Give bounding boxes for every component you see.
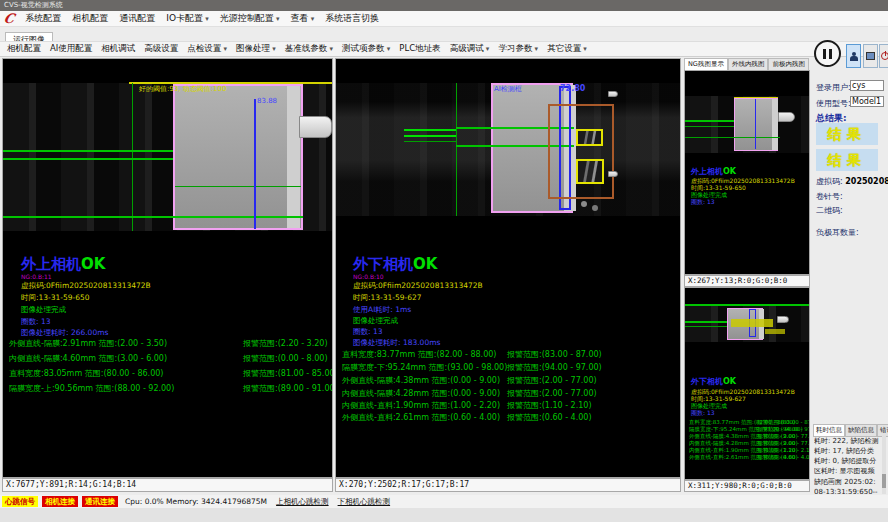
log-scrollbar[interactable] — [882, 436, 886, 494]
user-button[interactable] — [846, 44, 861, 68]
menu-light-config[interactable]: 光源控制配置 — [220, 12, 280, 25]
turns-text: 圈数: 13 — [353, 327, 382, 337]
measure-row: 隔膜宽度-下:95.24mm 范围:(93.00 - 98.00) 报警范围:(… — [342, 362, 681, 373]
measure-text: 直料宽度:83.77mm 范围:(82.00 - 88.00) — [342, 350, 496, 359]
menu-view[interactable]: 查看 — [291, 12, 315, 25]
ai-time-text: 使用AI耗时: 1ms — [353, 305, 411, 315]
measure-text: 内侧直线-隔膜:4.60mm 范围:(3.00 - 6.00) — [9, 354, 167, 363]
log-text: 耗时: 222, 缺陷检测耗时: 17, 缺陷分类耗时: 0, 缺陷提取分区耗时… — [814, 436, 880, 494]
measure-line-green — [3, 158, 173, 160]
ng-tab-bar: NG残图显示 外线内残图 前极内残图 — [684, 58, 810, 70]
defect-rect-yellow — [576, 129, 603, 146]
monitor-icon — [866, 52, 875, 60]
tab-ng-display[interactable]: NG残图显示 — [684, 58, 728, 70]
ng-view-lower[interactable]: 外下相机OK 虚拟码:0Ffiim2025020813313472B 时间:13… — [684, 287, 810, 480]
ng-view-upper[interactable]: 外上相机OK 虚拟码:0Ffiim2025020813313472B 时间:13… — [684, 70, 810, 275]
tool-image-processing[interactable]: 图像处理 — [236, 43, 276, 55]
alarm-text: 报警范围:(2.20 - 3.20) — [243, 338, 328, 349]
measure-row: 外侧直线-隔膜:2.91mm 范围:(2.00 - 3.50) 报警范围:(2.… — [9, 338, 333, 349]
scrollbar-thumb[interactable] — [882, 474, 886, 488]
alarm-text: 报警范围:(94.00 - 97.00) — [507, 362, 602, 373]
detect-rect-brown — [548, 104, 614, 199]
tab-bar: 运行图像 — [0, 27, 888, 41]
tool-advanced-settings[interactable]: 高级设置 — [144, 43, 178, 55]
menu-language-switch[interactable]: 系统语言切换 — [325, 12, 379, 25]
hole-feature — [581, 201, 587, 207]
tool-test-params[interactable]: 测试项参数 — [342, 43, 390, 55]
alarm-text: 报警范围:(2.00 - 77.00) — [757, 440, 810, 447]
tool-plc-address[interactable]: PLC地址表 — [399, 43, 440, 55]
ng-image-lower — [685, 306, 809, 342]
tab-feature — [299, 116, 332, 138]
pause-icon — [829, 49, 832, 59]
threshold-text: 好的阈值:93, 动态阈值:100 — [139, 84, 226, 94]
upper-camera-heartbeat-link[interactable]: 上相机心跳检测 — [276, 497, 329, 507]
alarm-text: 报警范围:(0.00 - 8.00) — [243, 353, 328, 364]
tab-front-residual[interactable]: 前极内残图 — [768, 58, 809, 70]
camera-name: 外上相机 — [691, 167, 723, 176]
menu-io-config[interactable]: IO卡配置 — [166, 12, 209, 25]
tool-camera-debug[interactable]: 相机调试 — [101, 43, 135, 55]
done-text: 图像处理完成 — [353, 316, 398, 326]
qr-label: 二维码: — [816, 205, 843, 216]
lower-camera-heartbeat-link[interactable]: 下相机心跳检测 — [338, 497, 391, 507]
camera-connect-badge: 相机连接 — [42, 496, 78, 507]
result-badge-lower: 结果 — [816, 149, 878, 171]
output-subtitle: NG:0.B:11 — [21, 273, 52, 280]
result-ok: OK — [723, 167, 736, 176]
tool-camera-config[interactable]: 相机配置 — [7, 43, 41, 55]
alarm-text: 报警范围:(2.00 - 77.00) — [507, 388, 597, 399]
alarm-text: 报警范围:(2.00 - 77.00) — [507, 375, 597, 386]
output-subtitle: NG:0.B:10 — [353, 273, 384, 280]
electrode-edge — [772, 99, 778, 150]
screen-button[interactable] — [863, 44, 878, 68]
barcode-label: 虚拟码: 20250208 — [816, 176, 888, 187]
measure-line-green — [3, 150, 173, 152]
pause-button[interactable] — [814, 40, 841, 67]
measure-line-green — [404, 141, 456, 142]
highlight-text-blob — [731, 319, 773, 327]
menu-comm-config[interactable]: 通讯配置 — [119, 12, 155, 25]
tool-ai-config[interactable]: AI使用配置 — [50, 43, 92, 55]
camera-result-title: 外下相机OK — [353, 255, 437, 274]
coords-status-upper: X:7677;Y:891;R:14;G:14;B:14 — [2, 478, 333, 492]
needle-label: 卷针号: — [816, 191, 843, 202]
measure-row: 直料宽度:83.77mm 范围:(82.00 - 88.00) 报警范围:(83… — [342, 349, 681, 360]
tool-learning-params[interactable]: 学习参数 — [498, 43, 538, 55]
toolbar: 相机配置 AI使用配置 相机调试 高级设置 点检设置 图像处理 基准线参数 测试… — [0, 41, 888, 57]
tab-feature — [608, 171, 618, 177]
heartbeat-badge: 心跳信号 — [2, 496, 38, 507]
camera-view-upper[interactable]: 好的阈值:93, 动态阈值:100 83.88 外上相机OK NG:0.B:11… — [2, 58, 333, 478]
tab-outer-residual[interactable]: 外线内残图 — [728, 58, 769, 70]
result-ok: OK — [413, 255, 437, 273]
result-ok: OK — [81, 255, 105, 273]
measure-line-green — [685, 321, 727, 323]
camera-view-lower[interactable]: AI检测框 72.80 外下相机OK NG:0.B:10 虚拟码:0Ffiim2… — [335, 58, 681, 478]
menu-system-config[interactable]: 系统配置 — [25, 12, 61, 25]
measure-line-blue — [254, 99, 256, 229]
defect-rect-yellow — [576, 159, 604, 184]
exit-button[interactable] — [879, 44, 888, 68]
elapsed-text: 图像处理耗时: 183.00ms — [353, 338, 440, 348]
alarm-text: 报警范围:(83.00 - 87.00) — [507, 349, 602, 360]
mini-measure-row: 隔膜宽度-下:95.24mm 范围:(93.00 - 98.00)报警范围:(9… — [689, 426, 803, 433]
tool-spot-check[interactable]: 点检设置 — [187, 43, 227, 55]
menu-camera-config[interactable]: 相机配置 — [72, 12, 108, 25]
blue-measure-value: 72.80 — [560, 84, 585, 93]
measure-text: 内侧直线-隔膜:4.28mm 范围:(0.00 - 9.00) — [342, 389, 500, 398]
tab-feature — [778, 112, 795, 122]
login-user-input[interactable] — [850, 80, 884, 91]
tool-baseline-params[interactable]: 基准线参数 — [285, 43, 333, 55]
measure-text: 外侧直线-直料:2.61mm 范围:(0.60 - 4.00) — [342, 413, 500, 422]
alarm-text: 报警范围:(2.00 - 77.00) — [757, 433, 810, 440]
model-input[interactable] — [850, 96, 884, 107]
barcode-text: 虚拟码:0Ffiim2025020813313472B — [353, 281, 483, 291]
measure-line-green — [685, 137, 780, 138]
tool-other-settings[interactable]: 其它设置 — [547, 43, 587, 55]
ai-box-label: AI检测框 — [494, 84, 522, 94]
result-ok: OK — [723, 377, 736, 386]
hole-feature — [592, 205, 598, 211]
tool-advanced-debug[interactable]: 高级调试 — [450, 43, 490, 55]
electrode-edge — [287, 86, 300, 228]
ng-coords-upper: X:267;Y:13;R:0;G:0;B:0 — [684, 275, 810, 287]
